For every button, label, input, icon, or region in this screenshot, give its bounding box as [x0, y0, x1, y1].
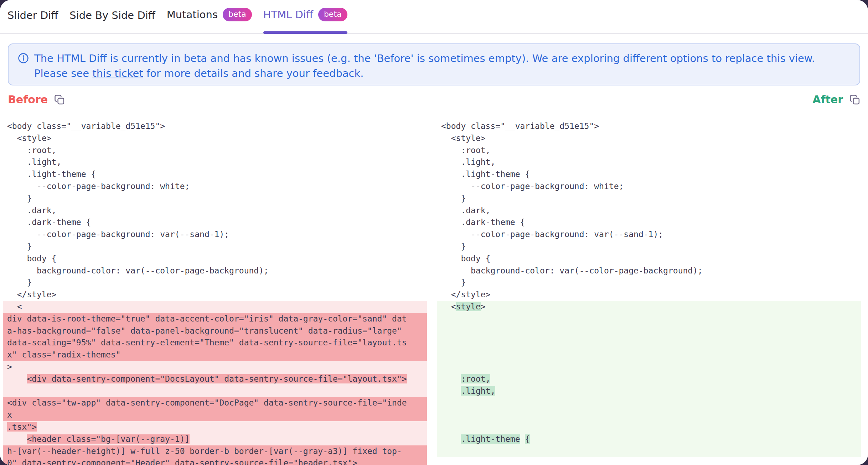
code-line: a-has-background="false" data-panel-back…: [3, 325, 427, 337]
copy-before-button[interactable]: [54, 94, 65, 105]
code-line: .light-theme {: [437, 168, 861, 181]
code-line: .tsx">: [3, 421, 427, 433]
code-line: <style>: [3, 132, 427, 145]
banner-text-end: for more details and share your feedback…: [143, 67, 364, 79]
code-line: }: [3, 241, 427, 253]
tab-bar: Slider Diff Side By Side Diff Mutations …: [0, 0, 868, 34]
code-line: --color-page-background: white;: [437, 181, 861, 193]
code-line: .dark-theme {: [3, 216, 427, 229]
beta-badge: beta: [223, 8, 252, 21]
html-diff-view: <body class="__variable_d51e15"> <style>…: [0, 120, 868, 465]
code-line: <div data-sentry-component="DocsLayout" …: [3, 373, 427, 385]
code-line: }: [3, 193, 427, 205]
code-line: <div class="tw-app" data-sentry-componen…: [3, 397, 427, 409]
code-line: :root,: [3, 145, 427, 157]
code-line: .dark,: [437, 205, 861, 217]
code-line: x: [3, 409, 427, 421]
code-line: <style>: [437, 132, 861, 145]
tab-side-by-side-diff[interactable]: Side By Side Diff: [69, 9, 155, 33]
tab-label: HTML Diff: [263, 9, 313, 21]
ticket-link[interactable]: this ticket: [92, 67, 143, 79]
info-icon: [18, 53, 29, 78]
code-line: background-color: var(--color-page-backg…: [3, 265, 427, 277]
code-line: div data-is-root-theme="true" data-accen…: [3, 313, 427, 325]
code-line: --color-page-background: white;: [3, 181, 427, 193]
code-line: :root,: [437, 373, 861, 385]
code-line: .light,: [3, 156, 427, 168]
code-line: background-color: var(--color-page-backg…: [437, 265, 861, 277]
code-line: [437, 325, 861, 337]
diff-header: Before After: [8, 93, 860, 106]
code-line: [437, 421, 861, 433]
banner-text: The HTML Diff is currently in beta and h…: [34, 51, 850, 78]
tab-html-diff[interactable]: HTML Diff beta: [263, 8, 347, 33]
page: Slider Diff Side By Side Diff Mutations …: [0, 0, 868, 465]
code-line: :root,: [437, 145, 861, 157]
copy-after-button[interactable]: [849, 94, 860, 105]
code-line: .light-theme {: [3, 168, 427, 181]
code-line: [437, 445, 861, 458]
code-line: x" class="radix-themes": [3, 349, 427, 361]
code-line: }: [3, 277, 427, 289]
code-line: }: [437, 241, 861, 253]
before-label: Before: [8, 93, 48, 106]
code-line: [3, 385, 427, 397]
code-line: <body class="__variable_d51e15">: [3, 120, 427, 132]
after-code-panel: <body class="__variable_d51e15"> <style>…: [437, 120, 861, 465]
code-line: [437, 409, 861, 421]
after-section-label: After: [812, 93, 860, 106]
code-line: .dark,: [3, 205, 427, 217]
code-line: [437, 349, 861, 361]
code-line: <style>: [437, 301, 861, 313]
code-line: [437, 337, 861, 349]
tab-mutations[interactable]: Mutations beta: [167, 8, 252, 33]
code-line: body {: [3, 253, 427, 265]
code-line: .light,: [437, 385, 861, 397]
code-line: >: [3, 361, 427, 373]
before-code-panel: <body class="__variable_d51e15"> <style>…: [3, 120, 427, 465]
code-line: [437, 313, 861, 325]
tab-label: Mutations: [167, 9, 218, 21]
code-line: }: [437, 277, 861, 289]
code-line: <header class="bg-[var(--gray-1)]: [3, 433, 427, 445]
tab-slider-diff[interactable]: Slider Diff: [7, 9, 58, 33]
code-line: .dark-theme {: [437, 216, 861, 229]
code-line: <body class="__variable_d51e15">: [437, 120, 861, 132]
code-line: [437, 397, 861, 409]
code-line: .light-theme {: [437, 433, 861, 445]
code-line: [437, 361, 861, 373]
code-line: body {: [437, 253, 861, 265]
code-line: .light,: [437, 156, 861, 168]
tab-label: Slider Diff: [7, 9, 58, 21]
code-line: </style>: [437, 289, 861, 301]
beta-badge: beta: [318, 8, 347, 21]
code-line: </style>: [3, 289, 427, 301]
code-line: data-scaling="95%" data-sentry-element="…: [3, 337, 427, 349]
tab-label: Side By Side Diff: [69, 9, 155, 21]
code-line: --color-page-background: var(--sand-1);: [437, 229, 861, 241]
code-line: --color-page-background: var(--sand-1);: [3, 229, 427, 241]
code-line: <: [3, 301, 427, 313]
beta-info-banner: The HTML Diff is currently in beta and h…: [8, 43, 860, 85]
code-line: }: [437, 193, 861, 205]
after-label: After: [812, 93, 843, 106]
code-line: 0" data-sentry-component="Header" data-s…: [3, 457, 427, 465]
code-line: h-[var(--header-height)] w-full z-50 bor…: [3, 445, 427, 458]
before-section-label: Before: [8, 93, 65, 106]
